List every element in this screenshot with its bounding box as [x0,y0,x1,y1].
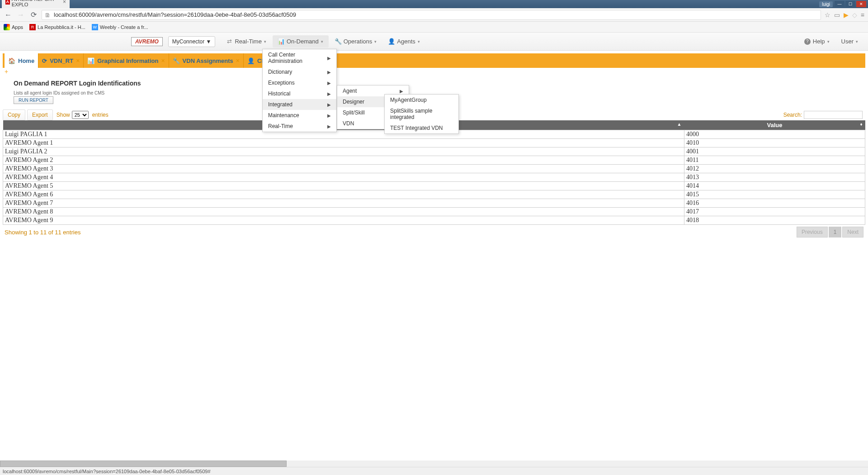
chart-icon: 📊 [278,38,284,45]
forward-button[interactable]: → [16,10,25,19]
menu-label: Exceptions [268,80,295,86]
menu-call-center-admin[interactable]: Call Center Administration ▶ [263,49,336,66]
close-icon[interactable]: × [236,57,240,64]
wrench-icon: 🔧 [335,38,341,45]
column-value[interactable]: Value♦ [684,120,865,130]
maximize-button[interactable]: ☐ [845,1,855,7]
tab-graphical-information[interactable]: 📊 Graphical Information × [84,53,169,68]
close-button[interactable]: ✕ [856,1,866,7]
menu-label: TEST Integrated VDN [390,125,443,131]
browser-tab[interactable]: A AVREMO REPORT EXPLO × [2,0,70,8]
repubblica-bookmark[interactable]: R La Repubblica.it - H... [29,24,85,30]
user-icon: 👤 [388,38,395,45]
connector-select[interactable]: MyConnector ▼ [168,36,216,47]
scrollbar-thumb[interactable] [0,461,287,467]
run-report-button[interactable]: RUN REPORT [14,96,53,104]
cell-value: 4015 [684,190,865,199]
tab-vdn-rt[interactable]: ⟳ VDN_RT × [38,53,84,68]
refresh-icon: ⇄ [226,38,232,45]
chart-icon: 📊 [87,57,94,64]
cell-name: AVREMO Agent 6 [3,190,684,199]
export-button[interactable]: Export [27,109,53,120]
menu-integrated[interactable]: Integrated ▶ [263,99,336,110]
caret-down-icon: ▾ [827,39,830,44]
pagination: Previous 1 Next [797,227,863,238]
chevron-right-icon: ▶ [327,102,331,107]
page-size-select[interactable]: 25 [72,111,89,119]
table-row[interactable]: AVREMO Agent 84017 [3,208,865,216]
help-icon: ? [804,38,811,45]
weebly-bookmark[interactable]: W Weebly - Create a fr... [92,24,148,30]
add-tab-button[interactable]: + [3,68,10,75]
ondemand-label: On-Demand [287,38,319,45]
apps-bookmark[interactable]: Apps [4,24,23,30]
play-icon[interactable]: ▶ [844,11,849,19]
close-icon[interactable]: × [76,57,80,64]
url-input[interactable]: 🗎 localhost:60009/avremo/cms/restful/Mai… [42,10,821,20]
cell-name: AVREMO Agent 3 [3,165,684,173]
weebly-icon: W [92,24,98,30]
table-row[interactable]: AVREMO Agent 44013 [3,173,865,182]
close-icon[interactable]: × [63,0,66,5]
tab-vdn-assignments[interactable]: 🔧 VDN Assignments × [169,53,244,68]
menu-label: Call Center Administration [268,52,327,64]
cell-name: Luigi PAGLIA 1 [3,130,684,139]
menu-label: Historical [268,90,290,97]
menu-myagentgroup[interactable]: MyAgentGroup [385,95,458,105]
table-row[interactable]: Luigi PAGLIA 24001 [3,147,865,156]
table-row[interactable]: AVREMO Agent 14010 [3,139,865,147]
minimize-button[interactable]: — [835,1,844,7]
menu-test-integrated-vdn[interactable]: TEST Integrated VDN [385,123,458,133]
back-button[interactable]: ← [4,10,13,19]
cell-name: AVREMO Agent 2 [3,156,684,165]
ondemand-menu[interactable]: 📊 On-Demand ▾ [273,35,329,48]
menu-maintenance[interactable]: Maintenance ▶ [263,110,336,121]
close-icon[interactable]: × [161,57,165,64]
home-icon: 🏠 [8,57,15,64]
menu-dictionary[interactable]: Dictionary ▶ [263,66,336,77]
agents-menu[interactable]: 👤 Agents ▾ [383,35,425,48]
menu-label: Maintenance [268,112,299,119]
help-menu[interactable]: ? Help ▾ [799,35,835,48]
sort-icon: ♦ [860,122,862,127]
user-menu[interactable]: User ▾ [836,35,863,48]
tab-label: VDN Assignments [183,57,233,64]
chevron-right-icon: ▶ [327,81,331,86]
menu-exceptions[interactable]: Exceptions ▶ [263,77,336,88]
table-row[interactable]: AVREMO Agent 74016 [3,199,865,208]
page-1-button[interactable]: 1 [829,227,842,238]
table-row[interactable]: AVREMO Agent 64015 [3,190,865,199]
weebly-label: Weebly - Create a fr... [100,24,148,30]
next-button[interactable]: Next [842,227,863,238]
operations-menu[interactable]: 🔧 Operations ▾ [330,35,382,48]
table-row[interactable]: AVREMO Agent 34012 [3,165,865,173]
reload-button[interactable]: ⟳ [29,10,38,19]
tab-home[interactable]: 🏠 Home [5,53,38,68]
cell-name: AVREMO Agent 8 [3,208,684,216]
bookmarks-bar: Apps R La Repubblica.it - H... W Weebly … [0,22,868,33]
table-row[interactable]: AVREMO Agent 54014 [3,182,865,190]
device-icon[interactable]: ▭ [834,11,840,19]
chevron-right-icon: ▶ [327,113,331,118]
browser-titlebar: A AVREMO REPORT EXPLO × luigi — ☐ ✕ [0,0,868,8]
search-input[interactable] [804,111,863,119]
ext-icon[interactable]: ◇ [852,11,857,19]
realtime-label: Real-Time [235,38,261,45]
table-row[interactable]: AVREMO Agent 24011 [3,156,865,165]
caret-down-icon: ▾ [856,39,858,44]
menu-icon[interactable]: ≡ [861,11,864,19]
cell-value: 4017 [684,208,865,216]
menu-realtime[interactable]: Real-Time ▶ [263,121,336,132]
page-icon: 🗎 [45,12,51,18]
copy-button[interactable]: Copy [3,109,25,120]
realtime-menu[interactable]: ⇄ Real-Time ▾ [221,35,271,48]
previous-button[interactable]: Previous [797,227,828,238]
user-icon: 👤 [247,57,255,64]
caret-down-icon: ▾ [321,39,323,44]
menu-splitskills-sample[interactable]: SplitSkills sample integrated [385,105,458,123]
cell-value: 4000 [684,130,865,139]
horizontal-scrollbar[interactable] [0,461,868,467]
table-row[interactable]: AVREMO Agent 94018 [3,216,865,225]
menu-historical[interactable]: Historical ▶ [263,88,336,99]
star-icon[interactable]: ☆ [825,11,830,19]
